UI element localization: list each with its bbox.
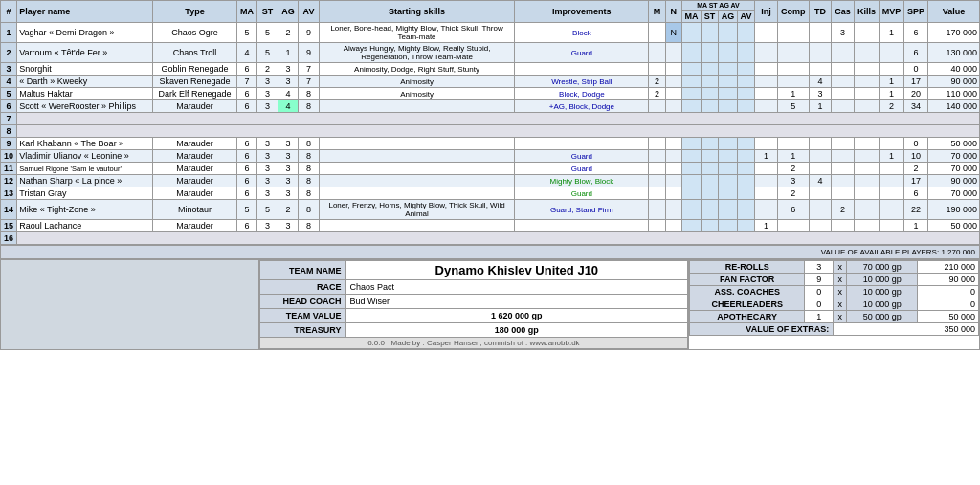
fan-factor-value: 9 xyxy=(805,274,834,286)
player-n xyxy=(665,150,681,163)
team-value-value: 1 620 000 gp xyxy=(345,309,688,323)
player-name: Samuel Rigone 'Sam le vautour' xyxy=(17,163,153,175)
player-inj-av xyxy=(737,163,754,175)
player-inj xyxy=(755,88,778,100)
logo-area xyxy=(1,260,259,350)
player-inj-av xyxy=(737,138,754,150)
player-skills xyxy=(319,220,515,232)
player-mvp: 1 xyxy=(879,88,903,100)
player-skills: Loner, Frenzy, Horns, Mighty Blow, Thick… xyxy=(319,200,515,220)
player-inj-ma xyxy=(681,187,701,200)
player-skills xyxy=(319,138,515,150)
player-value: 50 000 xyxy=(928,220,980,232)
player-mvp: 2 xyxy=(879,100,903,113)
player-cas xyxy=(832,163,855,175)
player-st: 3 xyxy=(257,88,278,100)
player-n xyxy=(665,175,681,187)
player-inj-av xyxy=(737,63,754,76)
player-st: 5 xyxy=(257,43,278,63)
player-td xyxy=(809,220,832,232)
player-ma: 6 xyxy=(236,163,257,175)
row-num: 6 xyxy=(1,100,17,113)
player-cas xyxy=(832,138,855,150)
player-m xyxy=(649,150,665,163)
player-cas xyxy=(832,150,855,163)
row-num: 7 xyxy=(1,113,17,125)
player-type: Marauder xyxy=(153,175,236,187)
player-comp: 1 xyxy=(777,150,809,163)
player-av: 7 xyxy=(299,63,320,76)
player-inj xyxy=(755,138,778,150)
re-rolls-total: 210 000 xyxy=(918,261,979,274)
col-header-starting-skills: Starting skills xyxy=(319,1,515,23)
player-m xyxy=(649,100,665,113)
player-inj-ag xyxy=(719,175,738,187)
player-inj xyxy=(755,63,778,76)
player-improve: Mighty Blow, Block xyxy=(515,175,649,187)
player-comp xyxy=(777,220,809,232)
player-value: 170 000 xyxy=(928,23,980,43)
player-improve: Guard xyxy=(515,187,649,200)
player-ma: 5 xyxy=(236,200,257,220)
player-av: 8 xyxy=(299,200,320,220)
player-type: Marauder xyxy=(153,163,236,175)
player-inj-ag xyxy=(719,138,738,150)
player-n xyxy=(665,63,681,76)
player-m xyxy=(649,63,665,76)
player-cas: 3 xyxy=(832,23,855,43)
player-inj-av xyxy=(737,200,754,220)
player-comp xyxy=(777,23,809,43)
team-name-value: Dynamo Khislev United J10 xyxy=(345,261,688,280)
player-mvp xyxy=(879,63,903,76)
col-subheader-inj-st: ST xyxy=(702,11,719,23)
player-name: Karl Khabann « The Boar » xyxy=(17,138,153,150)
player-value: 130 000 xyxy=(928,43,980,63)
player-st: 3 xyxy=(257,163,278,175)
col-header-value: Value xyxy=(928,1,980,23)
player-inj-ma xyxy=(681,100,701,113)
player-st: 3 xyxy=(257,138,278,150)
player-kills xyxy=(854,200,879,220)
col-header-m: M xyxy=(649,1,665,23)
player-spp: 17 xyxy=(904,76,928,88)
row-num: 5 xyxy=(1,88,17,100)
player-inj-ma xyxy=(681,63,701,76)
col-subheader-inj-ma: MA xyxy=(681,11,701,23)
player-kills xyxy=(854,138,879,150)
player-type: Goblin Renegade xyxy=(153,63,236,76)
player-inj-st xyxy=(702,150,719,163)
player-av: 8 xyxy=(299,220,320,232)
player-av: 8 xyxy=(299,150,320,163)
player-st: 3 xyxy=(257,175,278,187)
player-value: 50 000 xyxy=(928,138,980,150)
extras-label: VALUE OF EXTRAS: xyxy=(690,323,834,336)
player-type: Dark Elf Renegade xyxy=(153,88,236,100)
player-type: Marauder xyxy=(153,150,236,163)
player-improve xyxy=(515,63,649,76)
player-improve: Guard xyxy=(515,163,649,175)
player-type: Chaos Troll xyxy=(153,43,236,63)
player-m xyxy=(649,175,665,187)
player-spp: 6 xyxy=(904,43,928,63)
table-row: 16 xyxy=(1,232,980,245)
player-type: Chaos Ogre xyxy=(153,23,236,43)
player-inj-av xyxy=(737,76,754,88)
player-inj: 1 xyxy=(755,220,778,232)
player-m xyxy=(649,163,665,175)
player-name: Maltus Haktar xyxy=(17,88,153,100)
player-value: 90 000 xyxy=(928,76,980,88)
fan-factor-label: FAN FACTOR xyxy=(690,274,805,286)
row-num: 12 xyxy=(1,175,17,187)
player-cas xyxy=(832,220,855,232)
team-info-section: TEAM NAME Dynamo Khislev United J10 RACE… xyxy=(258,260,689,350)
player-mvp xyxy=(879,43,903,63)
player-spp: 20 xyxy=(904,88,928,100)
player-inj-ag xyxy=(719,200,738,220)
player-st: 3 xyxy=(257,100,278,113)
col-header-ma: MA xyxy=(236,1,257,23)
player-ag: 2 xyxy=(278,200,299,220)
player-value: 110 000 xyxy=(928,88,980,100)
player-td xyxy=(809,23,832,43)
player-spp: 6 xyxy=(904,23,928,43)
table-row: 6 Scott « WereRooster » Phillips Maraude… xyxy=(1,100,980,113)
